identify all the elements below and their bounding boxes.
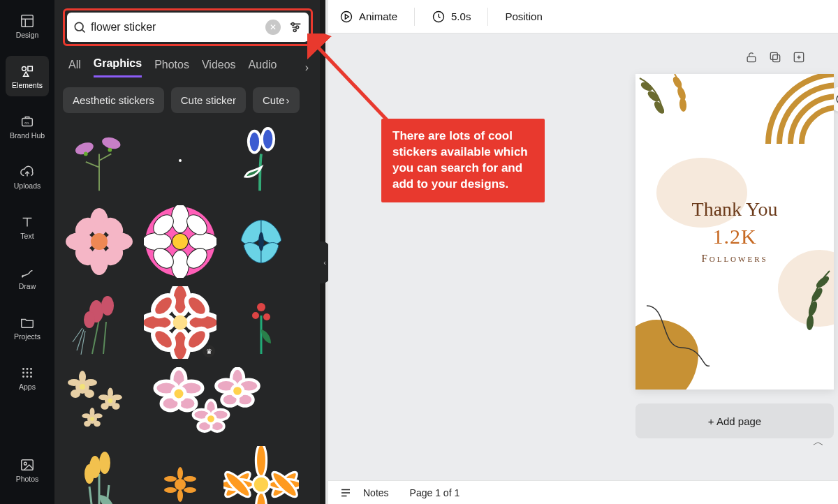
chip-cute[interactable]: Cute›	[253, 87, 300, 113]
rail-label: Draw	[19, 283, 36, 290]
folder-icon	[20, 315, 35, 330]
svg-point-68	[80, 384, 85, 390]
svg-point-18	[296, 26, 299, 29]
rail-photos[interactable]: Photos	[6, 450, 49, 490]
svg-point-37	[172, 205, 189, 233]
rail-brand-hub[interactable]: co. Brand Hub	[6, 106, 49, 147]
leaf-graphic	[753, 264, 834, 348]
svg-point-82	[90, 417, 94, 421]
tab-all[interactable]: All	[68, 59, 81, 77]
sticker-result[interactable]: ♛	[142, 285, 218, 360]
position-button[interactable]: Position	[505, 10, 542, 22]
tab-photos[interactable]: Photos	[154, 59, 189, 77]
rail-elements[interactable]: Elements	[6, 56, 49, 96]
sticker-result[interactable]	[142, 123, 218, 198]
rail-label: Text	[20, 232, 34, 240]
canvas-area[interactable]: Thank You 1.2K Followers + Add page ︿	[328, 34, 838, 480]
svg-point-38	[189, 233, 216, 251]
duplicate-icon[interactable]	[768, 50, 782, 67]
add-page-button[interactable]: + Add page	[635, 403, 834, 438]
search-icon	[73, 20, 87, 34]
sticker-result[interactable]	[61, 285, 137, 360]
rail-design[interactable]: Design	[6, 6, 49, 46]
left-rail: Design Elements co. Brand Hub Uploads Te…	[0, 0, 54, 504]
sticker-result[interactable]	[61, 366, 137, 441]
svg-point-58	[173, 316, 188, 330]
rail-draw[interactable]: Draw	[6, 257, 49, 297]
chip-cute-sticker[interactable]: Cute sticker	[171, 87, 246, 113]
sticker-result[interactable]	[142, 366, 293, 441]
svg-point-106	[184, 476, 196, 482]
rail-apps[interactable]: Apps	[6, 357, 49, 398]
sticker-result[interactable]	[223, 204, 299, 279]
svg-point-79	[94, 421, 101, 427]
page-indicator[interactable]: Page 1 of 1	[410, 487, 460, 498]
sticker-result[interactable]	[61, 123, 137, 198]
design-page[interactable]: Thank You 1.2K Followers	[635, 74, 834, 390]
tab-audio[interactable]: Audio	[249, 59, 277, 77]
separator	[414, 8, 415, 26]
chevron-right-icon[interactable]: ›	[305, 61, 309, 74]
scroll-up-button[interactable]: ︿	[813, 435, 824, 450]
animate-button[interactable]: Animate	[339, 10, 397, 24]
notes-button[interactable]: Notes	[363, 487, 389, 498]
svg-point-78	[94, 413, 103, 418]
image-icon	[20, 457, 35, 473]
svg-point-17	[292, 23, 295, 26]
draw-icon	[20, 265, 35, 280]
sticker-result[interactable]	[61, 447, 137, 504]
tab-videos[interactable]: Videos	[202, 59, 236, 77]
doc-title: Thank You	[635, 198, 834, 221]
doc-subtitle: Followers	[635, 253, 834, 265]
svg-rect-14	[22, 459, 34, 470]
notes-icon	[339, 487, 352, 499]
sticker-result[interactable]	[61, 204, 137, 279]
separator	[487, 8, 488, 26]
sticker-result[interactable]	[142, 204, 218, 279]
rail-label: Design	[16, 31, 39, 39]
svg-point-25	[249, 131, 260, 153]
svg-point-7	[30, 368, 32, 370]
clear-search-button[interactable]: ✕	[265, 20, 281, 35]
svg-point-49	[84, 311, 95, 328]
svg-point-132	[816, 276, 830, 289]
sticker-result[interactable]	[223, 285, 299, 360]
svg-point-135	[807, 316, 814, 330]
rail-text[interactable]: Text	[6, 207, 49, 247]
svg-rect-122	[747, 57, 756, 62]
svg-point-22	[84, 152, 88, 156]
svg-point-19	[293, 29, 296, 32]
rail-label: Brand Hub	[10, 132, 45, 140]
svg-point-109	[164, 487, 177, 493]
duration-button[interactable]: 5.0s	[432, 10, 471, 24]
filter-icon[interactable]	[288, 20, 303, 35]
tab-graphics[interactable]: Graphics	[94, 57, 142, 77]
chip-aesthetic[interactable]: Aesthetic stickers	[63, 87, 164, 113]
svg-point-1	[22, 66, 26, 71]
svg-point-11	[22, 376, 24, 378]
svg-point-120	[341, 11, 352, 22]
svg-point-23	[108, 148, 112, 152]
svg-point-64	[84, 379, 97, 386]
sticker-result[interactable]	[223, 447, 299, 504]
results-grid[interactable]: ♛	[54, 120, 321, 504]
clock-icon	[432, 10, 446, 24]
rail-uploads[interactable]: Uploads	[6, 156, 49, 197]
unlock-icon[interactable]	[744, 50, 758, 67]
add-page-icon[interactable]	[792, 50, 806, 67]
svg-text:co.: co.	[24, 120, 30, 124]
crown-icon: ♛	[203, 345, 215, 357]
svg-rect-2	[28, 66, 32, 71]
search-input[interactable]	[87, 21, 265, 34]
line-graphic	[642, 299, 712, 369]
sticker-result[interactable]	[142, 447, 218, 504]
svg-point-73	[101, 403, 108, 410]
sticker-result[interactable]	[223, 123, 299, 198]
search-bar: ✕	[67, 13, 309, 42]
svg-point-94	[232, 385, 243, 396]
svg-point-70	[108, 388, 113, 398]
svg-point-54	[182, 291, 211, 320]
svg-rect-124	[770, 52, 777, 59]
rail-projects[interactable]: Projects	[6, 307, 49, 348]
svg-point-131	[679, 98, 686, 112]
